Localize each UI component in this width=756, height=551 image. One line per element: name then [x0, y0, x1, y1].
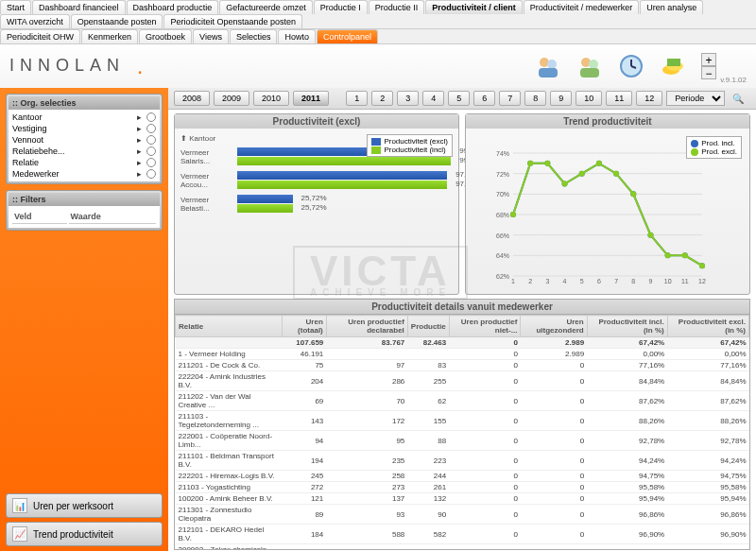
year-button[interactable]: 2008 [174, 91, 210, 106]
zoom-icon[interactable]: 🔍 [732, 94, 744, 104]
month-button[interactable]: 3 [397, 91, 419, 106]
month-button[interactable]: 6 [473, 91, 495, 106]
filter-col: Veld [12, 210, 67, 224]
table-row[interactable]: 211101 - Beldman Transport B.V.194235223… [176, 451, 749, 471]
period-select[interactable]: Periode [666, 91, 725, 106]
radio-icon[interactable] [146, 124, 156, 133]
tab[interactable]: Selecties [230, 29, 278, 43]
org-item-label[interactable]: Relatie [12, 158, 137, 167]
table-row[interactable]: 211201 - De Cock & Co.7597830077,16%77,1… [176, 360, 749, 371]
table-row[interactable]: 212101 - DEKARO Hedel B.V.1845885820096,… [176, 525, 749, 544]
svg-text:70%: 70% [496, 191, 509, 198]
org-item-label[interactable]: Kantoor [12, 112, 137, 122]
tab[interactable]: Periodiciteit OHW [0, 29, 80, 43]
tab[interactable]: Dashboard financieel [32, 0, 126, 14]
button-label: Trend productiviteit [33, 529, 113, 540]
sidebar-button[interactable]: 📊Uren per werksoort [6, 493, 163, 518]
clock-icon[interactable] [616, 51, 646, 81]
radio-icon[interactable] [146, 112, 156, 122]
up-icon[interactable]: ⬆ [180, 134, 187, 143]
org-item-label[interactable]: Medewerker [12, 169, 137, 179]
year-button[interactable]: 2009 [214, 91, 249, 106]
tab[interactable]: Gefactureerde omzet [219, 0, 313, 14]
svg-text:11: 11 [681, 278, 689, 284]
month-button[interactable]: 8 [524, 91, 546, 106]
chevron-right-icon[interactable]: ▸ [137, 135, 146, 145]
filters-panel: :: Filters Veld Waarde [6, 190, 163, 231]
radio-icon[interactable] [146, 146, 156, 156]
svg-text:66%: 66% [496, 232, 509, 239]
column-header[interactable]: Relatie [176, 316, 283, 337]
tab[interactable]: Views [193, 29, 229, 43]
plus-button[interactable]: + [701, 53, 716, 66]
radio-icon[interactable] [146, 135, 156, 145]
tab[interactable]: Kenmerken [81, 29, 138, 43]
tab[interactable]: Controlpanel [317, 29, 378, 43]
column-header[interactable]: Uren productief niet-... [449, 316, 521, 337]
people-icon[interactable] [575, 51, 605, 81]
month-button[interactable]: 10 [576, 91, 602, 106]
month-button[interactable]: 7 [499, 91, 521, 106]
period-bar: 2008200920102011123456789101112Periode🔍 [168, 88, 756, 110]
tab[interactable]: Howto [278, 29, 316, 43]
chevron-right-icon[interactable]: ▸ [137, 169, 146, 179]
chevron-right-icon[interactable]: ▸ [137, 146, 146, 156]
year-button[interactable]: 2011 [293, 91, 329, 106]
column-header[interactable]: Productie [407, 316, 449, 337]
column-header[interactable]: Productiviteit incl. (in %) [587, 316, 667, 337]
column-header[interactable]: Uren (totaal) [282, 316, 326, 337]
table-row[interactable]: 211202 - Van der Wal Creative ...6970620… [176, 391, 749, 411]
svg-text:9: 9 [649, 278, 653, 284]
version-label: v.9.1.02 [720, 76, 747, 84]
column-header[interactable]: Uren uitgezonderd [521, 316, 587, 337]
chevron-right-icon[interactable]: ▸ [137, 112, 146, 122]
table-row[interactable]: 222204 - Amink Industries B.V.2042862550… [176, 371, 749, 391]
month-button[interactable]: 1 [346, 91, 368, 106]
sidebar-button[interactable]: 📈Trend productiviteit [6, 522, 163, 546]
year-button[interactable]: 2010 [253, 91, 289, 106]
chevron-right-icon[interactable]: ▸ [137, 124, 146, 133]
chart-title: Trend productiviteit [466, 114, 749, 129]
tab[interactable]: Productie I [314, 0, 368, 14]
month-button[interactable]: 9 [550, 91, 572, 106]
month-button[interactable]: 12 [636, 91, 662, 106]
minus-button[interactable]: − [701, 66, 716, 79]
table-row[interactable]: 222001 - Coöperatie Noord-Limb...9495880… [176, 431, 749, 451]
svg-text:6: 6 [597, 278, 601, 284]
radio-icon[interactable] [146, 169, 156, 179]
table-row[interactable]: 100200 - Amink Beheer B.V.1211371320095,… [176, 493, 749, 505]
month-button[interactable]: 4 [422, 91, 444, 106]
people-icon[interactable] [533, 51, 563, 81]
table-row[interactable]: 211103 - Tegelzetonderneming ...14317215… [176, 411, 749, 431]
table-row[interactable]: 222201 - Hiremax-Logis B.V.2452582440094… [176, 471, 749, 482]
tab[interactable]: Periodiciteit Openstaande posten [163, 14, 302, 28]
tab[interactable]: WITA overzicht [0, 14, 70, 28]
svg-text:3: 3 [545, 278, 549, 284]
org-item-label[interactable]: Relatiebehe... [12, 146, 137, 156]
tab[interactable]: Grootboek [139, 29, 192, 43]
money-icon[interactable] [658, 51, 688, 81]
table-row[interactable]: 21103 - Yogastichting2722732610095,58%95… [176, 482, 749, 493]
table-row[interactable]: 300002 - Zakzo chemicals B.V.8.75011.608… [176, 544, 749, 551]
tab[interactable]: Start [0, 0, 31, 14]
tab[interactable]: Productiviteit / medewerker [524, 0, 640, 14]
legend-label: Productiviteit (excl) [384, 137, 448, 146]
month-button[interactable]: 5 [448, 91, 470, 106]
tab[interactable]: Productie II [369, 0, 425, 14]
org-item-label[interactable]: Vennoot [12, 135, 137, 145]
table-row[interactable]: 1 - Vermeer Holding46.19102.9890,00%0,00… [176, 349, 749, 360]
chevron-right-icon[interactable]: ▸ [137, 158, 146, 167]
month-button[interactable]: 11 [606, 91, 632, 106]
tab[interactable]: Openstaande posten [71, 14, 163, 28]
column-header[interactable]: Uren productief declarabel [326, 316, 407, 337]
tab-bar-1: StartDashboard financieelDashboard produ… [0, 0, 756, 29]
tab[interactable]: Dashboard productie [127, 0, 219, 14]
tab[interactable]: Uren analyse [640, 0, 703, 14]
radio-icon[interactable] [146, 158, 156, 167]
month-button[interactable]: 2 [371, 91, 393, 106]
column-header[interactable]: Productiviteit excl. (in %) [667, 316, 748, 337]
table-row[interactable]: 211301 - Zonnestudio Cleopatra8993900096… [176, 505, 749, 525]
org-item-label[interactable]: Vestiging [12, 124, 137, 133]
tab[interactable]: Productiviteit / client [425, 0, 523, 14]
svg-point-53 [562, 181, 568, 187]
